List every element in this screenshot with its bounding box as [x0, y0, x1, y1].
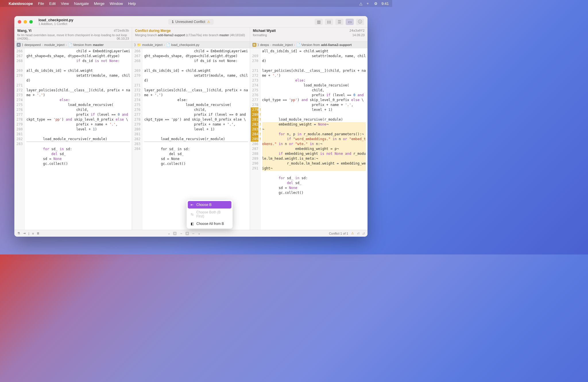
footer-bar: ⚗ ⇥ | ≡ ≣ ⌄ A → B ← ⌄ Conflict 1 of 1 ⚠ … [14, 230, 368, 237]
left-author: Wang, Yi [17, 29, 32, 33]
view-mode-unified-button[interactable]: ⫿⫿ [325, 19, 333, 25]
menu-view[interactable]: View [61, 1, 69, 6]
window-subtitle: 1 Addition, 1 Conflict [38, 22, 73, 26]
arrow-icon: ⟩ [134, 43, 136, 47]
clock[interactable]: 9:41 [382, 1, 389, 6]
file-icon: 📄 [68, 43, 72, 47]
nav-b-badge[interactable]: B [185, 232, 189, 235]
right-author: Michael Wyatt [253, 29, 276, 33]
tool-4-button[interactable]: ≣ [37, 231, 39, 235]
choose-both-icon: ⇆ [190, 212, 194, 216]
choose-b-icon: ⇤ [190, 203, 194, 207]
merge-action-popup: ⇤ Choose B ⇆ Choose Both (B First) ◧ Cho… [187, 200, 233, 229]
pane-b[interactable]: 2692702712722732742752762772782792802812… [250, 48, 368, 230]
pane-a[interactable]: 2662672682692702712722732742752762772782… [14, 48, 132, 230]
menu-edit[interactable]: Edit [49, 1, 55, 6]
menu-navigate[interactable]: Navigate [74, 1, 89, 6]
choose-both-button: ⇆ Choose Both (B First) [188, 209, 231, 220]
move-left-icon[interactable]: ← [192, 232, 195, 235]
left-date: 06.10.23 [117, 37, 129, 40]
nav-dropdown-icon[interactable]: ⌄ [198, 231, 200, 235]
move-right-icon[interactable]: → [179, 232, 183, 235]
app-window: load_checkpoint.py 1 Addition, 1 Conflic… [14, 16, 368, 237]
zoom-button[interactable] [29, 20, 33, 24]
commit-info-bar: Wang, Yi d72edb3b fix lm head overriden … [14, 28, 368, 42]
choose-all-b-button[interactable]: ◧ Choose All from B [188, 220, 231, 227]
info-button[interactable]: ⓘ [356, 19, 364, 25]
breadcrumb-bar: A ⟩ deepspeed› module_inject› 📄 Version … [14, 42, 368, 48]
breadcrumb-center[interactable]: ⟩ 📁 module_inject› 📄 load_checkpoint.py [132, 42, 250, 48]
right-hash: 24a3a0f2 [349, 29, 365, 32]
warning-icon: ⚠ [207, 20, 210, 24]
wifi-icon[interactable]: ᯤ [366, 1, 370, 6]
left-hash: d72edb3b [114, 29, 129, 32]
warning-icon: ⚠ [351, 231, 354, 235]
view-mode-columns-button[interactable]: ▥ [315, 19, 323, 25]
tool-3-button[interactable]: ≡ [32, 232, 34, 235]
menu-merge[interactable]: Merge [94, 1, 105, 6]
breadcrumb-right[interactable]: B ⟩ deeps› module_inject› 📄 Version from… [250, 42, 368, 48]
menu-help[interactable]: Help [128, 1, 136, 6]
file-icon: 📄 [166, 43, 170, 47]
menu-file[interactable]: File [38, 1, 44, 6]
folder-icon: 📁 [137, 43, 141, 47]
file-icon: 📄 [296, 43, 300, 47]
titlebar: load_checkpoint.py 1 Addition, 1 Conflic… [14, 16, 368, 28]
conflict-status-label: Conflict 1 of 1 [329, 232, 348, 235]
merge-title: Conflict during Merge [135, 29, 171, 33]
tool-1-button[interactable]: ⚗ [17, 231, 20, 235]
status-icon[interactable]: △ [359, 1, 362, 6]
view-mode-list-button[interactable]: ☰ [335, 19, 343, 25]
arrow-icon: ⟩ [22, 43, 23, 47]
inspector-button[interactable]: ▭ [346, 19, 354, 25]
choose-all-icon: ◧ [190, 222, 194, 226]
choose-b-button[interactable]: ⇤ Choose B [188, 201, 231, 209]
right-date: 14.09.23 [352, 33, 365, 37]
menu-window[interactable]: Window [110, 1, 123, 6]
arrow-icon: ⟩ [258, 43, 259, 47]
conflict-status[interactable]: 1 Unresolved Conflict ⚠ [168, 19, 214, 25]
app-name[interactable]: Kaleidoscope [9, 1, 33, 6]
breadcrumb-left[interactable]: A ⟩ deepspeed› module_inject› 📄 Version … [14, 42, 132, 48]
window-title: load_checkpoint.py [38, 18, 73, 22]
close-button[interactable] [18, 20, 21, 24]
tool-2-button[interactable]: ⇥ [23, 231, 26, 235]
right-desc: formatting [253, 33, 267, 37]
nav-down-icon[interactable]: ⌄ [168, 231, 170, 235]
next-conflict-button[interactable]: ↑! [357, 232, 359, 235]
prev-conflict-button[interactable]: ↓! [362, 232, 365, 235]
minimize-button[interactable] [24, 20, 27, 24]
nav-a-badge[interactable]: A [173, 232, 177, 235]
left-desc: fix lm head overriden issue, move it fro… [17, 33, 127, 40]
control-center-icon[interactable]: ⚙ [374, 1, 378, 6]
menubar: Kaleidoscope File Edit View Navigate Mer… [0, 0, 392, 7]
